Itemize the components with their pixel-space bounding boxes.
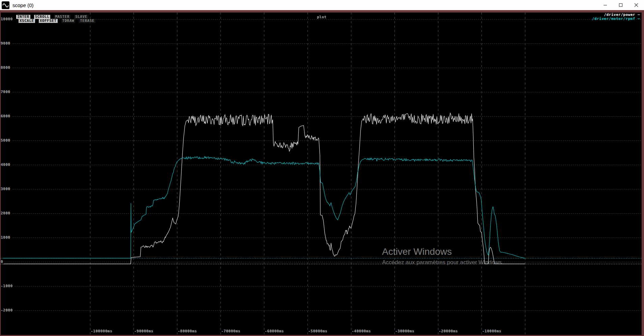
maximize-icon: [619, 3, 623, 7]
x-tick-label: -60000ms: [265, 329, 284, 333]
legend: /driver/power—/driver/motor/rpmf—: [592, 13, 640, 21]
x-tick-label: -30000ms: [395, 329, 414, 333]
close-icon: [634, 3, 638, 7]
y-tick-label: 3000: [1, 187, 11, 191]
y-tick-label: -1000: [1, 284, 14, 288]
toolbar-button-xoffset[interactable]: XOFFSET: [39, 19, 58, 23]
y-tick-label: 0: [1, 260, 4, 264]
x-tick-label: -50000ms: [308, 329, 327, 333]
minimize-button[interactable]: [597, 0, 613, 10]
x-tick-label: -20000ms: [439, 329, 458, 333]
window-title: scope (0): [12, 2, 34, 8]
minimize-icon: [603, 3, 607, 7]
x-tick-label: -80000ms: [178, 329, 197, 333]
y-tick-label: 6000: [1, 114, 11, 118]
titlebar[interactable]: scope (0): [0, 0, 644, 10]
x-tick-label: -100000ms: [91, 329, 112, 333]
window-frame-right: [642, 10, 644, 336]
toolbar-button-terase[interactable]: TERASE: [79, 19, 95, 23]
x-tick-label: -10000ms: [482, 329, 501, 333]
y-tick-label: -2000: [1, 308, 14, 312]
close-button[interactable]: [628, 0, 644, 10]
sine-wave-icon: [2, 1, 9, 9]
toolbar-button-tdraw[interactable]: TDRAW: [61, 19, 76, 23]
toolbar-button-xscale[interactable]: XSCALE: [19, 19, 35, 23]
x-tick-label: -70000ms: [221, 329, 240, 333]
window-frame-left: [0, 10, 1, 336]
plot-title: plot: [317, 15, 327, 19]
y-tick-label: 5000: [1, 139, 11, 143]
legend-label: /driver/motor/rpmf: [592, 17, 635, 21]
plot-canvas[interactable]: [0, 0, 644, 336]
toolbar-row-2: XSCALEXOFFSETTDRAWTERASE: [19, 19, 95, 23]
y-tick-label: 1000: [1, 236, 11, 240]
window-frame-top: [0, 10, 644, 12]
x-tick-label: -90000ms: [134, 329, 153, 333]
y-tick-label: 8000: [1, 66, 11, 70]
x-tick-label: -40000ms: [352, 329, 371, 333]
y-tick-label: 4000: [1, 163, 11, 167]
legend-line-sample: —: [638, 17, 640, 21]
y-tick-label: 7000: [1, 90, 11, 94]
legend-entry-rpmf[interactable]: /driver/motor/rpmf—: [592, 17, 640, 21]
y-tick-label: 9000: [1, 41, 11, 45]
y-tick-label: 2000: [1, 211, 11, 215]
y-tick-label: 10000: [1, 17, 14, 21]
maximize-button[interactable]: [613, 0, 628, 10]
